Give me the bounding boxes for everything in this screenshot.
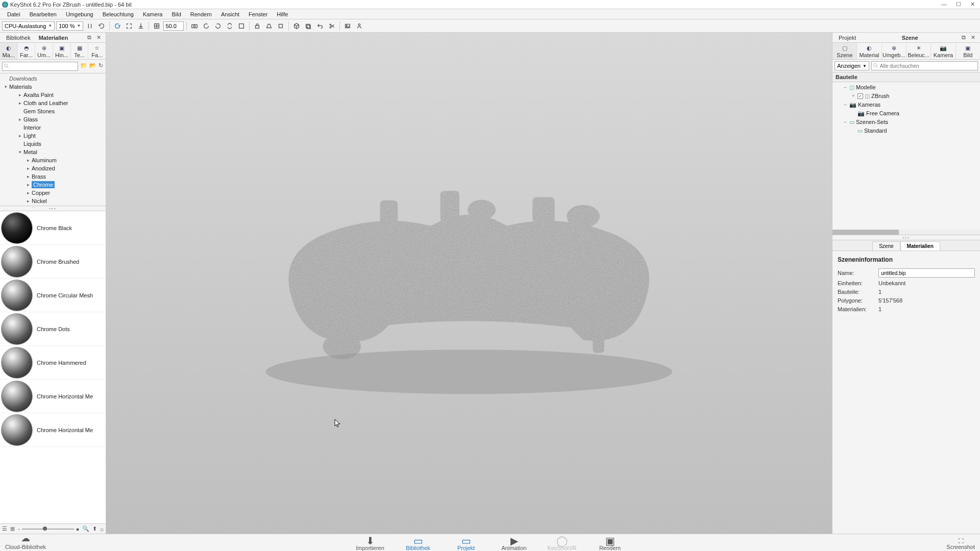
material-tree[interactable]: Downloads ▾Materials ▸Axalta Paint▸Cloth… xyxy=(0,73,106,206)
tree-item-axalta-paint[interactable]: ▸Axalta Paint xyxy=(0,91,106,99)
tree-item-chrome[interactable]: ▸Chrome xyxy=(0,181,106,189)
scene-name-input[interactable] xyxy=(878,268,975,278)
material-thumb-chrome-horizontal-me[interactable]: Chrome Horizontal Me xyxy=(0,413,106,447)
tree-item-cloth-and-leather[interactable]: ▸Cloth and Leather xyxy=(0,99,106,107)
download-icon[interactable] xyxy=(136,21,146,31)
pcat-material[interactable]: ◐Material xyxy=(857,43,881,59)
material-thumb-chrome-horizontal-me[interactable]: Chrome Horizontal Me xyxy=(0,380,106,413)
maximize-button[interactable]: ☐ xyxy=(956,1,961,8)
bottom-rendern-button[interactable]: ▣Rendern xyxy=(594,535,626,551)
search-small-icon[interactable]: 🔍 xyxy=(82,525,89,532)
tree-downloads[interactable]: Downloads xyxy=(9,75,37,82)
sync-icon[interactable] xyxy=(225,21,235,31)
splitter-handle[interactable]: ••• xyxy=(0,206,106,211)
scissors-icon[interactable] xyxy=(327,21,337,31)
material-thumb-chrome-circular-mesh[interactable]: Chrome Circular Mesh xyxy=(0,279,106,312)
cat-favorites[interactable]: ☆Fa... xyxy=(88,43,106,59)
scene-node-modelle[interactable]: –◫Modelle xyxy=(832,83,980,92)
zoom-out-icon[interactable]: ◦ xyxy=(18,526,20,532)
subtab-szene[interactable]: Szene xyxy=(872,241,900,251)
rotate-right-icon[interactable] xyxy=(213,21,223,31)
cpu-percent-dropdown[interactable]: 100 %▼ xyxy=(56,21,83,31)
tree-item-nickel[interactable]: ▸Nickel xyxy=(0,197,106,205)
render-viewport[interactable] xyxy=(106,33,832,534)
lock-icon[interactable] xyxy=(252,21,262,31)
scene-node-szenen-sets[interactable]: –▭Szenen-Sets xyxy=(832,118,980,127)
menu-beleuchtung[interactable]: Beleuchtung xyxy=(99,10,138,18)
person-icon[interactable] xyxy=(354,21,364,31)
pcat-camera[interactable]: 📷Kamera xyxy=(931,43,955,59)
zoom-in-icon[interactable]: ● xyxy=(76,526,80,532)
reload-icon[interactable] xyxy=(112,21,122,31)
material-thumb-chrome-brushed[interactable]: Chrome Brushed xyxy=(0,245,106,279)
bottom-animation-button[interactable]: ▶Animation xyxy=(498,535,530,551)
tree-item-metal[interactable]: ▾Metal xyxy=(0,148,106,156)
cat-environments[interactable]: ⊕Um... xyxy=(35,43,53,59)
close-button[interactable]: ✕ xyxy=(970,1,975,8)
cube-icon[interactable] xyxy=(291,21,302,31)
grid-view-icon[interactable]: ⊞ xyxy=(10,525,15,532)
pcat-lighting[interactable]: ☀Beleuc... xyxy=(906,43,931,59)
menu-rendern[interactable]: Rendern xyxy=(186,10,216,18)
menu-hilfe[interactable]: Hilfe xyxy=(273,10,292,18)
bottom-bibliothek-button[interactable]: ▭Bibliothek xyxy=(402,535,434,551)
show-filter-dropdown[interactable]: Anzeigen▼ xyxy=(835,61,869,70)
focal-length-input[interactable]: 50.0 xyxy=(163,21,184,31)
cpu-usage-dropdown[interactable]: CPU-Auslastung▼ xyxy=(2,21,55,31)
fullscreen-icon[interactable] xyxy=(124,21,134,31)
undock-right-icon[interactable]: ⧉ xyxy=(962,34,969,41)
tree-materials[interactable]: Materials xyxy=(9,83,32,90)
pause-icon[interactable] xyxy=(85,21,95,31)
cat-textures[interactable]: ▦Te... xyxy=(71,43,89,59)
menu-umgebung[interactable]: Umgebung xyxy=(62,10,97,18)
material-thumb-chrome-black[interactable]: Chrome Black xyxy=(0,211,106,245)
tree-item-anodized[interactable]: ▸Anodized xyxy=(0,164,106,172)
pcat-environment[interactable]: ⊕Umgeb... xyxy=(882,43,906,59)
tab-projekt[interactable]: Projekt xyxy=(835,34,860,42)
material-thumb-chrome-hammered[interactable]: Chrome Hammered xyxy=(0,346,106,380)
tree-item-interior[interactable]: Interior xyxy=(0,123,106,132)
refresh-icon[interactable] xyxy=(96,21,107,31)
tree-item-brass[interactable]: ▸Brass xyxy=(0,172,106,181)
splitter-handle-right[interactable]: ••• xyxy=(832,235,980,240)
bottom-importieren-button[interactable]: ⬇Importieren xyxy=(354,535,386,551)
bottom-projekt-button[interactable]: ▭Projekt xyxy=(450,535,482,551)
horizontal-scrollbar[interactable] xyxy=(832,230,980,235)
tab-szene[interactable]: Szene xyxy=(898,34,922,42)
view-icon[interactable] xyxy=(236,21,247,31)
grid-icon[interactable] xyxy=(152,21,162,31)
scene-search-input[interactable] xyxy=(871,61,978,70)
screenshot-button[interactable]: ⛶ Screenshot xyxy=(946,538,975,550)
tab-bibliothek[interactable]: Bibliothek xyxy=(2,34,35,42)
thumb-size-slider[interactable] xyxy=(22,529,74,530)
scene-node-free-camera[interactable]: 📷Free Camera xyxy=(832,109,980,118)
refresh-library-icon[interactable]: ↻ xyxy=(99,62,104,70)
material-thumbnails[interactable]: Chrome BlackChrome BrushedChrome Circula… xyxy=(0,211,106,523)
undock-icon[interactable]: ⧉ xyxy=(87,34,94,41)
folder-up-icon[interactable]: 📁 xyxy=(80,62,87,70)
undo-icon[interactable] xyxy=(315,21,325,31)
visibility-checkbox[interactable]: ✓ xyxy=(857,93,863,99)
pcat-szene[interactable]: ▢Szene xyxy=(832,43,857,59)
scene-node-zbrush[interactable]: +✓◫ZBrush xyxy=(832,92,980,101)
tree-item-copper[interactable]: ▸Copper xyxy=(0,189,106,197)
scene-node-kameras[interactable]: –📷Kameras xyxy=(832,101,980,109)
rotate-left-icon[interactable] xyxy=(201,21,211,31)
list-view-icon[interactable]: ☰ xyxy=(2,525,7,532)
tab-materialien[interactable]: Materialien xyxy=(35,34,72,42)
tree-item-aluminum[interactable]: ▸Aluminum xyxy=(0,156,106,164)
menu-bearbeiten[interactable]: Bearbeiten xyxy=(26,10,61,18)
menu-ansicht[interactable]: Ansicht xyxy=(217,10,243,18)
cat-materials[interactable]: ◐Ma... xyxy=(0,43,18,59)
tree-item-glass[interactable]: ▸Glass xyxy=(0,115,106,123)
close-panel-icon[interactable]: ✕ xyxy=(96,34,104,41)
tree-item-liquids[interactable]: Liquids xyxy=(0,140,106,148)
menu-datei[interactable]: Datei xyxy=(3,10,24,18)
home-icon[interactable]: ⌂ xyxy=(100,526,104,532)
scene-node-standard[interactable]: ▭Standard xyxy=(832,127,980,135)
minimize-button[interactable]: — xyxy=(941,1,947,8)
close-right-icon[interactable]: ✕ xyxy=(971,34,978,41)
menu-fenster[interactable]: Fenster xyxy=(244,10,272,18)
menu-bild[interactable]: Bild xyxy=(167,10,185,18)
folder-new-icon[interactable]: 📂 xyxy=(89,62,96,70)
